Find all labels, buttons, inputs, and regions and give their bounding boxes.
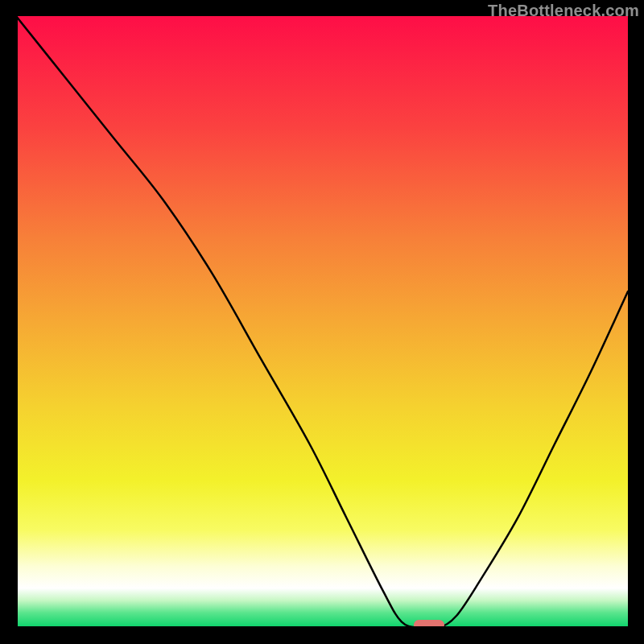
- y-axis: [16, 16, 18, 628]
- x-axis: [16, 626, 628, 628]
- plot-svg: [16, 16, 628, 628]
- watermark-text: TheBottleneck.com: [488, 2, 639, 20]
- gradient-background: [16, 16, 628, 628]
- plot-area: [16, 16, 628, 628]
- chart-container: TheBottleneck.com: [0, 0, 644, 644]
